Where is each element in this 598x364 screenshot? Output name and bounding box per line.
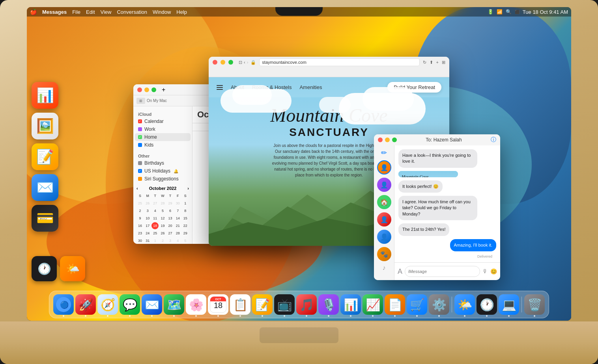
apps-icon[interactable]: A (398, 267, 402, 276)
mini-cal-day[interactable]: 14 (174, 215, 181, 222)
messages-minimize-button[interactable] (385, 137, 390, 142)
dock-maps[interactable]: 🗺️ (164, 294, 184, 315)
wallet-app-icon[interactable]: 💳 (32, 205, 58, 232)
mini-cal-day[interactable]: 15 (182, 215, 189, 222)
mini-cal-day[interactable]: 4 (174, 237, 181, 244)
mini-cal-day[interactable]: 27 (151, 200, 159, 207)
menubar-view[interactable]: View (101, 9, 112, 15)
dock-appletv[interactable]: 📺 (274, 294, 295, 315)
mini-cal-day[interactable]: 5 (182, 237, 189, 244)
safari-back-icon[interactable]: ‹ (244, 60, 245, 65)
calendar-maximize-button[interactable] (151, 87, 156, 92)
mini-cal-day[interactable]: 3 (144, 207, 151, 214)
contact-avatar-3[interactable]: 🏠 (377, 195, 391, 209)
menubar-help[interactable]: Help (176, 9, 187, 15)
imessage-input[interactable] (405, 266, 480, 277)
dock-photos[interactable]: 🌸 (186, 294, 206, 315)
trackpad[interactable] (260, 327, 338, 343)
mini-cal-day[interactable]: 21 (174, 222, 181, 229)
mini-cal-day[interactable]: 27 (167, 230, 174, 237)
mini-cal-day[interactable]: 5 (159, 207, 166, 214)
mini-cal-day[interactable]: 30 (136, 237, 144, 244)
safari-close-button[interactable] (213, 60, 217, 65)
calendar-minimize-button[interactable] (144, 87, 149, 92)
mini-cal-day[interactable]: 9 (136, 215, 144, 222)
mini-cal-day[interactable]: 29 (182, 230, 189, 237)
calendar-add-icon[interactable]: + (162, 86, 165, 93)
photos-app-icon[interactable]: 🖼️ (32, 113, 58, 139)
mini-cal-day[interactable]: 13 (167, 215, 174, 222)
menubar-file[interactable]: File (72, 9, 80, 15)
mini-cal-day[interactable]: 16 (136, 222, 144, 229)
apple-logo-icon[interactable]: 🍎 (30, 9, 37, 15)
calendar-item-birthdays[interactable]: Birthdays (133, 159, 192, 167)
contact-avatar-2[interactable]: 👤 (377, 178, 391, 192)
mini-cal-day[interactable]: 28 (159, 200, 166, 207)
calendar-checkbox-home[interactable]: ✓ (138, 135, 142, 139)
mini-cal-day[interactable]: 4 (151, 207, 159, 214)
calendar-close-button[interactable] (137, 87, 142, 92)
dock-calendar-icon[interactable]: OCT 18 (208, 294, 228, 315)
messages-info-icon[interactable]: ⓘ (491, 136, 496, 143)
contact-avatar-6[interactable]: 🐾 (377, 247, 391, 261)
safari-tabs-icon[interactable]: ⊞ (442, 60, 445, 65)
safari-forward-icon[interactable]: › (247, 60, 249, 65)
mini-cal-day[interactable]: 11 (151, 215, 159, 222)
dock-screen-time[interactable]: 💻 (499, 294, 519, 315)
safari-reload-icon[interactable]: ↻ (423, 60, 426, 65)
safari-share-icon[interactable]: ⬆ (430, 60, 433, 65)
dock-pages[interactable]: 📄 (385, 294, 405, 315)
mini-cal-day[interactable]: 30 (174, 200, 181, 207)
mini-cal-next-icon[interactable]: › (187, 186, 189, 191)
calendar-item-home[interactable]: ✓ Home (135, 133, 191, 141)
calendar-item-kids[interactable]: Kids (133, 141, 192, 149)
mini-cal-day[interactable]: 2 (136, 207, 144, 214)
messages-close-button[interactable] (378, 137, 383, 142)
weather-widget[interactable]: 🌤️ (60, 256, 85, 281)
message-link-preview[interactable]: Mountain CoveSANCTUARY Mountain Cove San… (398, 171, 458, 177)
safari-add-tab-icon[interactable]: + (436, 60, 439, 65)
safari-maximize-button[interactable] (228, 60, 233, 65)
messages-maximize-button[interactable] (392, 137, 397, 142)
dock-launchpad[interactable]: 🚀 (75, 294, 96, 315)
mini-cal-day[interactable]: 12 (159, 215, 166, 222)
more-contacts-icon[interactable]: ♪ (383, 264, 386, 271)
dock-system-preferences[interactable]: ⚙️ (429, 294, 449, 315)
menubar-conversation[interactable]: Conversation (117, 9, 147, 15)
mini-cal-day[interactable]: 22 (182, 222, 189, 229)
calendar-view-toggle[interactable]: ⊞ (136, 98, 145, 104)
mini-cal-day[interactable]: 23 (136, 230, 144, 237)
mini-cal-day[interactable]: 28 (174, 230, 181, 237)
safari-minimize-button[interactable] (221, 60, 225, 65)
dock-trash[interactable]: 🗑️ (524, 294, 545, 315)
notes-app-icon[interactable]: 📝 (32, 143, 58, 170)
mini-cal-day[interactable]: 24 (144, 230, 151, 237)
mini-cal-day[interactable]: 25 (151, 230, 159, 237)
dock-messages[interactable]: 💬 (120, 294, 140, 315)
mini-cal-day[interactable]: 29 (167, 200, 174, 207)
mini-cal-day[interactable]: 25 (136, 200, 144, 207)
mini-cal-day[interactable]: 20 (167, 222, 174, 229)
dock-finder[interactable]: 🔵 (53, 294, 74, 315)
mini-cal-day[interactable]: 6 (167, 207, 174, 214)
mini-cal-day[interactable]: 3 (167, 237, 174, 244)
nav-amenities[interactable]: Amenities (299, 84, 322, 90)
mini-cal-day[interactable]: 19 (159, 222, 166, 229)
calendar-item-siri[interactable]: Siri Suggestions (133, 175, 192, 183)
mini-cal-day[interactable]: 1 (182, 200, 189, 207)
mail-app-icon-left[interactable]: ✉️ (32, 174, 58, 201)
dock-keynote[interactable]: 📊 (340, 294, 361, 315)
mini-cal-today[interactable]: 18 (151, 222, 159, 229)
dock-music[interactable]: 🎵 (296, 294, 317, 315)
mini-cal-day[interactable]: 2 (159, 237, 166, 244)
safari-sidebar-icon[interactable]: ⊡ (239, 60, 242, 65)
safari-address-bar[interactable]: staymountaincove.com (259, 58, 419, 66)
dock-reminders[interactable]: 📋 (230, 294, 250, 315)
calendar-checkbox-calendar[interactable]: ✓ (138, 119, 142, 123)
dock-weather[interactable]: 🌤️ (454, 294, 475, 315)
calendar-checkbox-work[interactable] (138, 127, 142, 131)
dock-mail[interactable]: ✉️ (142, 294, 162, 315)
calendar-checkbox-usholidays[interactable]: ✓ (138, 169, 142, 173)
menubar-edit[interactable]: Edit (86, 9, 95, 15)
dock-notes[interactable]: 📝 (252, 294, 273, 315)
